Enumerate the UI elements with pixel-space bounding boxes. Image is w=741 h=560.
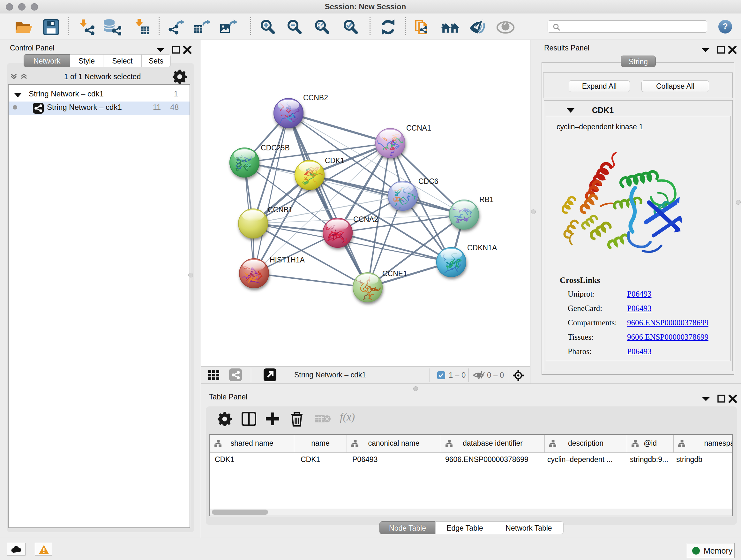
svg-text:CCNB1: CCNB1 [268, 206, 293, 214]
svg-text:CDC25B: CDC25B [261, 144, 290, 152]
svg-text:CDKN1A: CDKN1A [467, 244, 497, 252]
svg-text:CCNB2: CCNB2 [303, 94, 328, 102]
svg-text:RB1: RB1 [479, 195, 494, 204]
svg-text:CCNE1: CCNE1 [382, 269, 407, 278]
svg-text:CCNA2: CCNA2 [353, 215, 378, 224]
svg-text:CCNA1: CCNA1 [406, 124, 431, 132]
svg-text:CDK1: CDK1 [325, 157, 344, 165]
svg-text:HIST1H1A: HIST1H1A [270, 256, 305, 264]
svg-text:CDC6: CDC6 [418, 177, 439, 186]
